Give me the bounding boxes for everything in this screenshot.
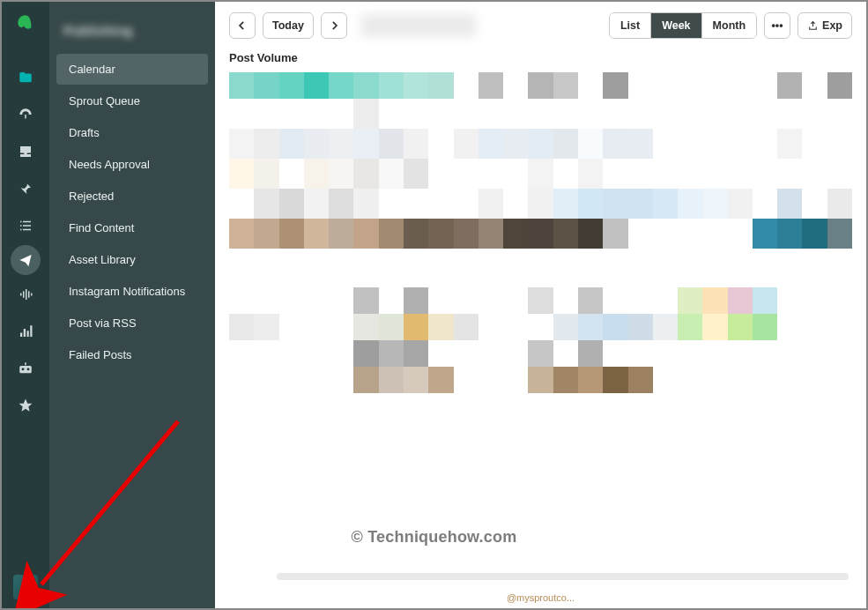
nav-drafts[interactable]: Drafts: [56, 117, 208, 148]
nav-failed-posts[interactable]: Failed Posts: [56, 339, 208, 370]
nav-asset-library[interactable]: Asset Library: [56, 244, 208, 275]
calendar-grid-blurred: [229, 72, 852, 584]
nav-post-via-rss[interactable]: Post via RSS: [56, 308, 208, 338]
toolbar: Today List Week Month ••• Exp: [215, 2, 866, 48]
main-panel: Today List Week Month ••• Exp Post Volum…: [215, 2, 866, 608]
section-title: Publishing: [49, 18, 215, 54]
rail-user-avatar[interactable]: [13, 575, 38, 599]
more-button[interactable]: •••: [764, 12, 790, 39]
post-volume-label: Post Volume: [229, 51, 852, 64]
view-list[interactable]: List: [610, 13, 650, 38]
prev-button[interactable]: [229, 12, 256, 39]
rail-bot-icon[interactable]: [8, 351, 43, 386]
today-button[interactable]: Today: [263, 12, 314, 39]
rail-star-icon[interactable]: [8, 388, 43, 423]
nav-sprout-queue[interactable]: Sprout Queue: [56, 86, 208, 116]
footer-handle: @mysproutco...: [215, 592, 866, 608]
nav-find-content[interactable]: Find Content: [56, 212, 208, 243]
date-range-label: [361, 14, 476, 37]
rail-pin-icon[interactable]: [8, 171, 43, 206]
view-week[interactable]: Week: [650, 13, 701, 38]
content-area: Post Volume: [215, 48, 866, 592]
export-button[interactable]: Exp: [798, 12, 852, 39]
rail-dashboard-icon[interactable]: [8, 97, 43, 132]
publishing-sidebar: Publishing Calendar Sprout Queue Drafts …: [49, 2, 215, 608]
sprout-logo-icon: [10, 9, 41, 41]
next-button[interactable]: [321, 12, 347, 39]
nav-instagram-notifications[interactable]: Instagram Notifications: [56, 276, 208, 307]
nav-list: Calendar Sprout Queue Drafts Needs Appro…: [49, 54, 215, 371]
view-month[interactable]: Month: [701, 13, 756, 38]
app-root: Publishing Calendar Sprout Queue Drafts …: [2, 2, 866, 608]
view-toggle: List Week Month: [609, 12, 757, 39]
rail-inbox-icon[interactable]: [8, 134, 43, 169]
icon-rail: [2, 2, 49, 608]
rail-folder-icon[interactable]: [8, 60, 43, 95]
rail-bars-icon[interactable]: [8, 314, 43, 349]
nav-rejected[interactable]: Rejected: [56, 181, 208, 212]
rail-list-icon[interactable]: [8, 208, 43, 243]
nav-needs-approval[interactable]: Needs Approval: [56, 149, 208, 180]
rail-audio-icon[interactable]: [8, 277, 43, 312]
horizontal-scrollbar[interactable]: [277, 573, 849, 580]
nav-calendar[interactable]: Calendar: [56, 54, 208, 85]
rail-plane-icon[interactable]: [11, 245, 41, 275]
